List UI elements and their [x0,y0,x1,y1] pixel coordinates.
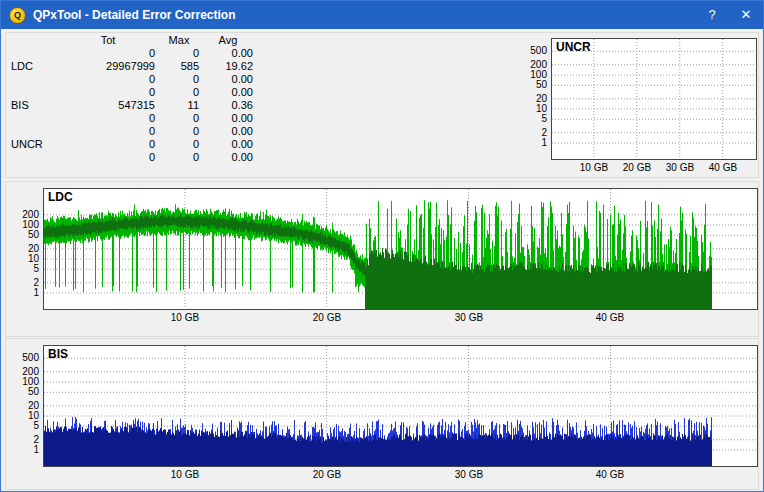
stats-row: 000.00 [9,73,255,86]
stats-max-value: 0 [157,151,201,164]
ldc-x-tick-label: 20 GB [305,312,349,323]
bis-chart-title: BIS [48,347,68,361]
uncr-chart-title: UNCR [556,40,591,54]
uncr-y-tick-label: 50 [514,79,547,90]
help-button[interactable]: ? [695,1,729,29]
stats-tot-value: 0 [59,138,157,151]
stats-row: BIS547315110.36 [9,99,255,112]
ldc-y-tick-label: 5 [6,263,39,274]
uncr-y-tick-label: 1 [514,137,547,148]
bis-y-tick-label: 5 [6,420,39,431]
bis-y-tick-label: 50 [6,386,39,397]
uncr-x-tick-label: 20 GB [615,162,659,173]
bis-x-tick-label: 20 GB [305,469,349,480]
uncr-plot-area [551,38,757,160]
stats-row-label [9,86,59,99]
stats-max-value: 0 [157,112,201,125]
stats-row: 000.00 [9,47,255,60]
uncr-x-tick-label: 30 GB [658,162,702,173]
stats-avg-value: 19.62 [201,60,255,73]
stats-tot-value: 0 [59,151,157,164]
stats-tot-value: 0 [59,73,157,86]
stats-tot-value: 547315 [59,99,157,112]
bis-x-tick-label: 10 GB [163,469,207,480]
ldc-chart: LDC20010050201052110 GB20 GB30 GB40 GB [43,188,758,310]
stats-row: 000.00 [9,112,255,125]
stats-max-value: 0 [157,138,201,151]
bis-y-tick-label: 500 [6,352,39,363]
stats-header-tot: Tot [59,34,157,47]
stats-row: UNCR000.00 [9,138,255,151]
stats-tot-value: 0 [59,112,157,125]
uncr-x-tick-label: 10 GB [572,162,616,173]
uncr-x-tick-label: 40 GB [701,162,745,173]
stats-max-value: 0 [157,86,201,99]
stats-row: LDC2996799958519.62 [9,60,255,73]
stats-header-avg: Avg [201,34,255,47]
stats-max-value: 0 [157,47,201,60]
stats-header-row: TotMaxAvg [9,34,255,47]
uncr-y-tick-label: 5 [514,113,547,124]
stats-row-label [9,73,59,86]
bis-x-tick-label: 40 GB [588,469,632,480]
uncr-chart: UNCR50020010050201052110 GB20 GB30 GB40 … [551,38,757,160]
close-button[interactable]: ✕ [729,1,763,29]
error-stats-table: TotMaxAvg000.00LDC2996799958519.62000.00… [9,34,255,164]
titlebar[interactable]: Q QPxTool - Detailed Error Correction ? … [1,1,763,29]
stats-avg-value: 0.00 [201,73,255,86]
ldc-plot-area [43,188,758,310]
stats-max-value: 585 [157,60,201,73]
stats-avg-value: 0.00 [201,138,255,151]
stats-avg-value: 0.00 [201,112,255,125]
bis-x-tick-label: 30 GB [447,469,491,480]
ldc-x-tick-label: 40 GB [588,312,632,323]
stats-row-label [9,151,59,164]
stats-avg-value: 0.00 [201,125,255,138]
stats-row-label: BIS [9,99,59,112]
window-title: QPxTool - Detailed Error Correction [33,8,695,22]
bis-y-tick-label: 1 [6,444,39,455]
stats-row: 000.00 [9,86,255,99]
ldc-y-tick-label: 50 [6,229,39,240]
ldc-x-tick-label: 30 GB [447,312,491,323]
stats-header-max: Max [157,34,201,47]
stats-row-label [9,125,59,138]
bis-chart: BIS50020010050201052110 GB20 GB30 GB40 G… [43,345,758,467]
stats-avg-value: 0.00 [201,151,255,164]
stats-row-label: UNCR [9,138,59,151]
stats-tot-value: 0 [59,86,157,99]
ldc-chart-title: LDC [48,190,73,204]
stats-header-blank [9,34,59,47]
stats-max-value: 11 [157,99,201,112]
ldc-x-tick-label: 10 GB [163,312,207,323]
stats-tot-value: 29967999 [59,60,157,73]
stats-avg-value: 0.00 [201,47,255,60]
stats-tot-value: 0 [59,47,157,60]
stats-max-value: 0 [157,73,201,86]
stats-row: 000.00 [9,151,255,164]
qpxtool-window: Q QPxTool - Detailed Error Correction ? … [0,0,764,492]
client-area: TotMaxAvg000.00LDC2996799958519.62000.00… [1,29,763,491]
qpxtool-disc-icon: Q [9,7,26,24]
ldc-y-tick-label: 1 [6,287,39,298]
stats-tot-value: 0 [59,125,157,138]
uncr-y-tick-label: 500 [514,45,547,56]
stats-max-value: 0 [157,125,201,138]
stats-row: 000.00 [9,125,255,138]
stats-row-label [9,112,59,125]
stats-row-label: LDC [9,60,59,73]
stats-row-label [9,47,59,60]
stats-avg-value: 0.36 [201,99,255,112]
bis-plot-area [43,345,758,467]
stats-avg-value: 0.00 [201,86,255,99]
